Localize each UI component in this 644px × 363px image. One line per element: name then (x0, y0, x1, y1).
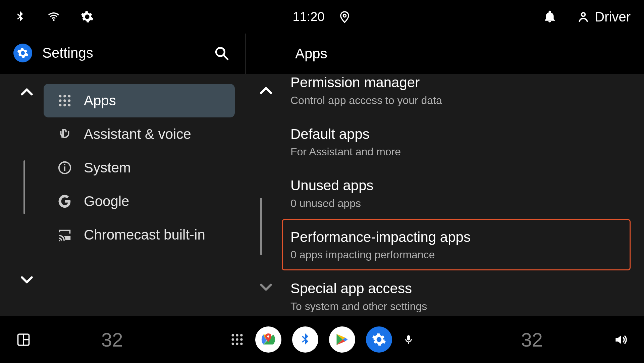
detail-item-performance-apps[interactable]: Performance-impacting apps 0 apps impact… (282, 219, 631, 271)
settings-app-icon (13, 44, 32, 62)
volume-icon[interactable] (613, 332, 628, 347)
detail-item-subtitle: Control app access to your data (290, 94, 622, 107)
sidebar-item-google[interactable]: Google (44, 185, 235, 218)
app-launcher-icon[interactable] (230, 332, 245, 347)
sidebar-item-assistant[interactable]: Assistant & voice (44, 117, 235, 151)
detail-item-default-apps[interactable]: Default apps For Assistant and more (282, 116, 631, 168)
brightness-icon (80, 10, 94, 23)
profile-button[interactable]: Driver (577, 9, 631, 24)
sidebar-item-label: Assistant & voice (84, 126, 191, 142)
detail-item-subtitle: 0 unused apps (290, 197, 622, 210)
temp-right[interactable]: 32 (521, 328, 543, 351)
sidebar-item-label: Google (84, 193, 129, 209)
bottom-bar-center (230, 326, 414, 353)
sidebar-item-label: Apps (84, 93, 116, 109)
settings-title: Settings (42, 45, 203, 61)
assistant-voice-icon (57, 126, 72, 142)
detail-scroll-up-button[interactable] (258, 83, 274, 99)
user-icon (577, 10, 590, 23)
detail-item-subtitle: 0 apps impacting performance (290, 249, 622, 261)
bluetooth-app-button[interactable] (292, 326, 318, 353)
bottom-bar-left: 32 (16, 328, 123, 351)
settings-header: Settings (0, 34, 245, 72)
detail-list-bg: Permission manager Control app access to… (245, 74, 644, 316)
notifications-icon[interactable] (543, 10, 556, 23)
settings-app-button[interactable] (366, 326, 392, 353)
sidebar-item-apps[interactable]: Apps (44, 84, 235, 117)
detail-scroll-down-button[interactable] (258, 278, 274, 295)
status-bar: 11:20 Driver (0, 0, 644, 34)
detail-item-title: Special app access (290, 280, 622, 298)
play-store-button[interactable] (329, 326, 355, 353)
apps-grid-icon (57, 93, 72, 108)
clock: 11:20 (292, 10, 324, 24)
detail-title: Apps (295, 46, 327, 61)
profile-name: Driver (595, 9, 631, 24)
detail-item-subtitle: For Assistant and more (290, 146, 622, 158)
status-center: 11:20 (292, 10, 351, 24)
detail-item-permission-manager[interactable]: Permission manager Control app access to… (282, 74, 631, 116)
detail-item-title: Permission manager (290, 74, 622, 92)
right-scroll-indicator (260, 198, 262, 255)
wifi-icon (47, 10, 60, 23)
detail-item-subtitle: To system and other settings (290, 300, 622, 313)
status-left (13, 10, 94, 23)
sidebar-item-label: System (84, 160, 131, 176)
detail-item-title: Default apps (290, 125, 622, 143)
bottom-bar: 32 32 (0, 316, 644, 363)
sidebar-item-chromecast[interactable]: Chromecast built-in (44, 218, 235, 252)
settings-sidebar: Settings Apps Assistant & voice System G… (0, 34, 245, 316)
scroll-down-button[interactable] (18, 271, 35, 288)
detail-item-unused-apps[interactable]: Unused apps 0 unused apps (282, 167, 631, 219)
detail-list: Permission manager Control app access to… (282, 74, 631, 316)
apps-detail-pane: Apps Permission manager Control app acce… (245, 34, 644, 316)
search-button[interactable] (213, 45, 230, 61)
dashboard-icon[interactable] (16, 332, 31, 347)
sidebar-item-label: Chromecast built-in (84, 227, 205, 243)
info-icon (57, 160, 72, 175)
cast-icon (57, 227, 72, 243)
sidebar-item-system[interactable]: System (44, 151, 235, 185)
maps-app-button[interactable] (255, 326, 281, 353)
status-right: Driver (543, 9, 631, 24)
detail-item-title: Unused apps (290, 177, 622, 195)
location-icon (338, 10, 352, 23)
mic-icon[interactable] (403, 334, 414, 345)
temp-left[interactable]: 32 (101, 328, 123, 351)
bottom-bar-right: 32 (521, 328, 628, 351)
google-icon (57, 194, 72, 209)
detail-item-title: Performance-impacting apps (290, 228, 622, 246)
bluetooth-icon (13, 10, 27, 23)
detail-item-special-access[interactable]: Special app access To system and other s… (282, 270, 631, 316)
detail-header: Apps (245, 34, 644, 74)
